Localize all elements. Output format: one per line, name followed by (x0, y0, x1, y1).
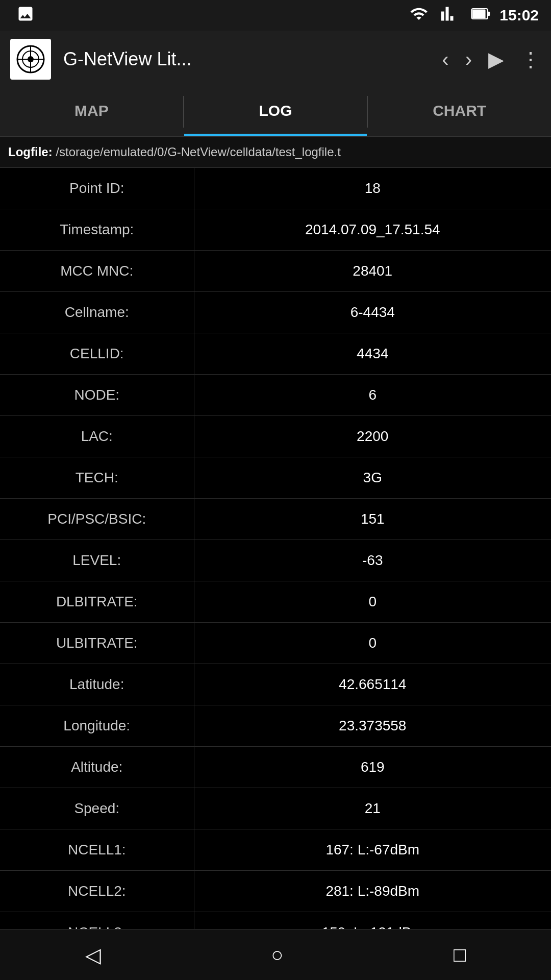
forward-button[interactable]: › (465, 49, 472, 69)
battery-icon (471, 5, 491, 27)
row-key: NCELL1: (0, 829, 194, 871)
table-row: Latitude: 42.665114 (0, 664, 551, 705)
logfile-path: /storage/emulated/0/G-NetView/celldata/t… (56, 145, 341, 159)
row-value: 0 (194, 623, 551, 664)
row-value: 28401 (194, 251, 551, 292)
table-row: Cellname: 6-4434 (0, 292, 551, 333)
tab-log[interactable]: LOG (184, 88, 367, 136)
row-key: NCELL2: (0, 871, 194, 912)
row-value: 3G (194, 457, 551, 499)
row-value: 4434 (194, 333, 551, 375)
nav-home-button[interactable]: ○ (271, 943, 283, 966)
table-row: Longitude: 23.373558 (0, 705, 551, 747)
svg-rect-2 (488, 11, 490, 16)
nav-recent-button[interactable]: □ (454, 943, 466, 966)
row-key: ULBITRATE: (0, 623, 194, 664)
row-value: 42.665114 (194, 664, 551, 705)
table-row: LAC: 2200 (0, 416, 551, 457)
row-value: 167: L:-67dBm (194, 829, 551, 871)
row-key: Point ID: (0, 168, 194, 209)
app-bar-actions: ‹ › ▶ ⋮ (442, 49, 541, 69)
table-row: NCELL1: 167: L:-67dBm (0, 829, 551, 871)
row-key: NODE: (0, 375, 194, 416)
back-button[interactable]: ‹ (442, 49, 448, 69)
bottom-nav: ◁ ○ □ (0, 929, 551, 980)
table-row: CELLID: 4434 (0, 333, 551, 375)
tab-chart[interactable]: CHART (368, 88, 551, 136)
row-value: 6 (194, 375, 551, 416)
tab-map[interactable]: MAP (0, 88, 183, 136)
table-row: ULBITRATE: 0 (0, 623, 551, 664)
photo-icon (16, 5, 35, 27)
logfile-bar: Logfile: /storage/emulated/0/G-NetView/c… (0, 137, 551, 168)
row-key: LEVEL: (0, 540, 194, 581)
row-value: 2014.07.09_17.51.54 (194, 209, 551, 251)
table-row: Speed: 21 (0, 788, 551, 829)
row-value: 619 (194, 747, 551, 788)
app-icon (10, 39, 51, 80)
app-title: G-NetView Lit... (63, 48, 430, 70)
data-table: Point ID: 18 Timestamp: 2014.07.09_17.51… (0, 168, 551, 980)
logfile-label: Logfile: (8, 145, 53, 159)
status-bar: 15:02 (0, 0, 551, 31)
app-bar: G-NetView Lit... ‹ › ▶ ⋮ (0, 31, 551, 88)
row-value: 21 (194, 788, 551, 829)
table-row: DLBITRATE: 0 (0, 581, 551, 623)
play-button[interactable]: ▶ (488, 49, 504, 69)
signal-icon (440, 5, 459, 27)
row-key: CELLID: (0, 333, 194, 375)
status-time: 15:02 (499, 7, 539, 24)
tabs: MAP LOG CHART (0, 88, 551, 137)
row-key: TECH: (0, 457, 194, 499)
row-key: Longitude: (0, 705, 194, 747)
table-row: Altitude: 619 (0, 747, 551, 788)
menu-button[interactable]: ⋮ (520, 49, 541, 69)
row-value: 281: L:-89dBm (194, 871, 551, 912)
svg-rect-1 (472, 9, 486, 18)
row-key: Latitude: (0, 664, 194, 705)
row-value: 2200 (194, 416, 551, 457)
table-row: Timestamp: 2014.07.09_17.51.54 (0, 209, 551, 251)
row-key: Cellname: (0, 292, 194, 333)
row-value: 23.373558 (194, 705, 551, 747)
table-row: LEVEL: -63 (0, 540, 551, 581)
row-key: Altitude: (0, 747, 194, 788)
row-value: 151 (194, 499, 551, 540)
row-value: 18 (194, 168, 551, 209)
table-row: Point ID: 18 (0, 168, 551, 209)
row-key: DLBITRATE: (0, 581, 194, 623)
row-value: 0 (194, 581, 551, 623)
row-key: Speed: (0, 788, 194, 829)
row-value: 6-4434 (194, 292, 551, 333)
row-value: -63 (194, 540, 551, 581)
table-row: NODE: 6 (0, 375, 551, 416)
table-row: TECH: 3G (0, 457, 551, 499)
table-row: MCC MNC: 28401 (0, 251, 551, 292)
row-key: LAC: (0, 416, 194, 457)
table-row: NCELL2: 281: L:-89dBm (0, 871, 551, 912)
wifi-icon (410, 5, 428, 27)
row-key: Timestamp: (0, 209, 194, 251)
data-table-container: Point ID: 18 Timestamp: 2014.07.09_17.51… (0, 168, 551, 980)
row-key: PCI/PSC/BSIC: (0, 499, 194, 540)
table-row: PCI/PSC/BSIC: 151 (0, 499, 551, 540)
row-key: MCC MNC: (0, 251, 194, 292)
nav-back-button[interactable]: ◁ (85, 943, 101, 967)
